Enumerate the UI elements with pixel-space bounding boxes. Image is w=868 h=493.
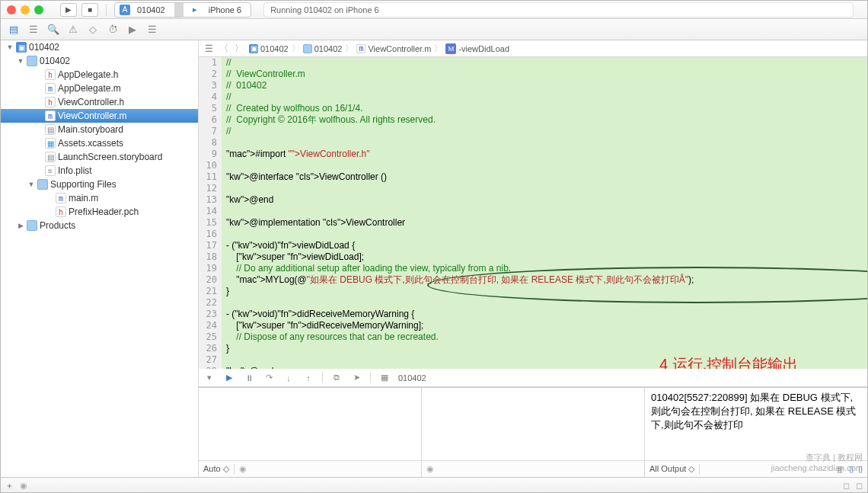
jump-group[interactable]: 010402 (302, 44, 344, 53)
zoom-window-button[interactable] (34, 5, 43, 14)
gutter-linenum[interactable]: 17 (199, 240, 222, 251)
debug-middle-view[interactable] (422, 388, 644, 460)
project-navigator-icon[interactable]: ▤ (5, 22, 22, 37)
report-navigator-icon[interactable]: ☰ (144, 22, 161, 37)
gutter-linenum[interactable]: 9 (199, 149, 222, 160)
auto-scope-selector[interactable]: Auto ◇ (203, 464, 229, 474)
step-into-icon[interactable]: ↓ (282, 373, 295, 383)
jump-bar[interactable]: ☰ 〈 〉 ▣010402 〉 010402 〉 mViewController… (199, 40, 867, 57)
back-button[interactable]: 〈 (217, 42, 231, 56)
gutter-linenum[interactable]: 21 (199, 286, 222, 297)
file-node[interactable]: hAppDelegate.h (1, 68, 198, 82)
filter-icon[interactable]: ◉ (426, 464, 434, 474)
gutter-linenum[interactable]: 11 (199, 171, 222, 183)
breakpoint-navigator-icon[interactable]: ▶ (124, 22, 141, 37)
gutter-linenum[interactable]: 3 (199, 80, 222, 91)
code-line[interactable]: 25 // Dispose of any resources that can … (199, 331, 867, 343)
gutter-linenum[interactable]: 26 (199, 343, 222, 354)
code-line[interactable]: 2// ViewController.m (199, 69, 867, 80)
gutter-linenum[interactable]: 10 (199, 160, 222, 171)
code-line[interactable]: 24 ["kw">super "fn">didReceiveMemoryWarn… (199, 320, 867, 331)
gutter-linenum[interactable]: 23 (199, 309, 222, 320)
code-line[interactable]: 5// Created by wolfhous on 16/1/4. (199, 103, 867, 114)
gutter-linenum[interactable]: 4 (199, 91, 222, 103)
group-node[interactable]: ▼ 010402 (1, 54, 198, 68)
gutter-linenum[interactable]: 16 (199, 229, 222, 240)
find-navigator-icon[interactable]: 🔍 (45, 22, 62, 37)
code-line[interactable]: 22 (199, 297, 867, 309)
file-node[interactable]: ▤Main.storyboard (1, 123, 198, 136)
issue-navigator-icon[interactable]: ⚠ (65, 22, 81, 37)
console-output[interactable]: 010402[5527:220899] 如果在 DEBUG 模式下,则此句会在控… (645, 388, 867, 460)
location-icon[interactable]: ➤ (350, 373, 362, 383)
scm-filter-icon[interactable]: ◻ (856, 481, 863, 491)
jump-file[interactable]: mViewController.m (355, 44, 432, 53)
debug-navigator-icon[interactable]: ⏱ (104, 22, 121, 37)
code-line[interactable]: 8 (199, 137, 867, 149)
code-line[interactable]: 1// (199, 57, 867, 69)
gutter-linenum[interactable]: 6 (199, 114, 222, 126)
source-editor[interactable]: 1//2// ViewController.m3// 0104024//5// … (199, 57, 867, 369)
symbol-navigator-icon[interactable]: ☰ (25, 22, 42, 37)
code-line[interactable]: 10 (199, 160, 867, 171)
file-node[interactable]: hPrefixHeader.pch (1, 205, 198, 219)
breakpoints-toggle-icon[interactable]: ▶ (223, 373, 235, 383)
supporting-files-node[interactable]: ▼ Supporting Files (1, 178, 198, 191)
code-line[interactable]: 12 (199, 183, 867, 194)
file-node[interactable]: mmain.m (1, 191, 198, 205)
filter-icon[interactable]: ◉ (20, 481, 27, 491)
file-node[interactable]: ▦Assets.xcassets (1, 136, 198, 150)
gutter-linenum[interactable]: 12 (199, 183, 222, 194)
code-line[interactable]: 7// (199, 126, 867, 137)
code-line[interactable]: 18 ["kw">super "fn">viewDidLoad]; (199, 251, 867, 263)
view-hierarchy-icon[interactable]: ⧉ (330, 373, 343, 383)
code-line[interactable]: 23- ("kw">void)"fn">didReceiveMemoryWarn… (199, 309, 867, 320)
code-line[interactable]: 4// (199, 91, 867, 103)
code-line[interactable]: 16 (199, 229, 867, 240)
code-line[interactable]: 21} (199, 286, 867, 297)
stop-button[interactable]: ■ (81, 3, 98, 17)
gutter-linenum[interactable]: 1 (199, 57, 222, 69)
test-navigator-icon[interactable]: ◇ (85, 22, 101, 37)
gutter-linenum[interactable]: 13 (199, 194, 222, 206)
code-line[interactable]: 6// Copyright © 2016年 wolfhous. All righ… (199, 114, 867, 126)
gutter-linenum[interactable]: 8 (199, 137, 222, 149)
code-line[interactable]: 17- ("kw">void)"fn">viewDidLoad { (199, 240, 867, 251)
code-line[interactable]: 15"kw">@implementation "cls">ViewControl… (199, 217, 867, 229)
output-filter-selector[interactable]: All Output ◇ (649, 464, 694, 474)
gutter-linenum[interactable]: 25 (199, 331, 222, 343)
code-line[interactable]: 14 (199, 206, 867, 217)
code-line[interactable]: 19 // Do any additional setup after load… (199, 263, 867, 274)
close-window-button[interactable] (7, 5, 16, 14)
add-button[interactable]: ＋ (5, 480, 14, 491)
gutter-linenum[interactable]: 7 (199, 126, 222, 137)
pause-icon[interactable]: ⏸ (243, 373, 255, 383)
step-over-icon[interactable]: ↷ (263, 373, 275, 383)
minimize-window-button[interactable] (21, 5, 30, 14)
gutter-linenum[interactable]: 19 (199, 263, 222, 274)
jump-method[interactable]: M-viewDidLoad (444, 43, 511, 54)
variables-filter-icon[interactable]: ◉ (239, 464, 247, 474)
code-line[interactable]: 3// 010402 (199, 80, 867, 91)
gutter-linenum[interactable]: 24 (199, 320, 222, 331)
gutter-linenum[interactable]: 2 (199, 69, 222, 80)
project-navigator[interactable]: ▼ ▣ 010402 ▼ 010402 hAppDelegate.hmAppDe… (1, 40, 199, 477)
debug-target-label[interactable]: 010402 (398, 373, 426, 383)
code-line[interactable]: 26} (199, 343, 867, 354)
recent-filter-icon[interactable]: ◻ (843, 481, 850, 491)
code-line[interactable]: 11"kw">@interface "cls">ViewController (… (199, 171, 867, 183)
gutter-linenum[interactable]: 27 (199, 354, 222, 366)
gutter-linenum[interactable]: 5 (199, 103, 222, 114)
related-items-icon[interactable]: ☰ (202, 42, 215, 56)
gutter-linenum[interactable]: 28 (199, 366, 222, 369)
process-icon[interactable]: ▦ (378, 373, 391, 383)
forward-button[interactable]: 〉 (232, 42, 246, 56)
hide-debug-icon[interactable]: ▾ (203, 373, 215, 383)
variables-view[interactable] (199, 388, 421, 460)
file-node[interactable]: mViewController.m (1, 109, 198, 123)
gutter-linenum[interactable]: 22 (199, 297, 222, 309)
gutter-linenum[interactable]: 18 (199, 251, 222, 263)
file-node[interactable]: ▤LaunchScreen.storyboard (1, 150, 198, 164)
file-node[interactable]: mAppDelegate.m (1, 82, 198, 95)
file-node[interactable]: hViewController.h (1, 95, 198, 109)
